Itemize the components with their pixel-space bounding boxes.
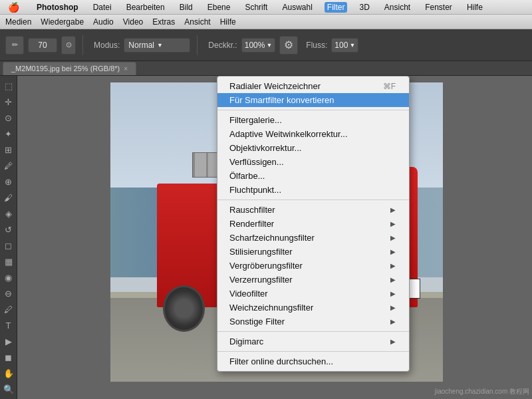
text-tool[interactable]: T: [1, 318, 16, 332]
menu-audio[interactable]: Audio: [93, 17, 114, 27]
submenu-arrow-icon: ▶: [390, 338, 396, 345]
filter-menu-item[interactable]: Sonstige Filter▶: [217, 315, 409, 329]
deckk-value: 100%: [245, 41, 265, 50]
fluss-arrow: ▼: [349, 42, 355, 49]
filter-menu-item[interactable]: Filtergalerie...: [217, 113, 409, 127]
submenu-arrow-icon: ▶: [390, 206, 396, 213]
fluss-control[interactable]: 100 ▼: [331, 38, 358, 53]
menu-item-label: Für Smartfilter konvertieren: [229, 95, 334, 105]
separator-2: [197, 35, 198, 55]
healing-tool[interactable]: ⊕: [1, 174, 16, 189]
deckk-control[interactable]: 100% ▼: [241, 38, 276, 53]
filter-menu-item[interactable]: Radialer Weichzeichner⌘F: [217, 79, 409, 93]
filter-menu-item[interactable]: Weichzeichnungsfilter▶: [217, 301, 409, 315]
menu-filter[interactable]: Filter: [325, 2, 348, 13]
eyedropper-tool[interactable]: 🖉: [1, 158, 16, 173]
submenu-arrow-icon: ▶: [390, 248, 396, 255]
filter-menu-item[interactable]: Adaptive Weitwinkelkorrektur...: [217, 127, 409, 141]
app-name[interactable]: Photoshop: [34, 2, 81, 13]
menu-bearbeiten[interactable]: Bearbeiten: [124, 2, 168, 13]
deckk-arrow: ▼: [266, 42, 272, 49]
menu-schrift[interactable]: Schrift: [242, 2, 270, 13]
tab-close-btn[interactable]: ×: [124, 65, 128, 72]
zoom-tool[interactable]: 🔍: [1, 382, 16, 396]
move-tool[interactable]: ✛: [1, 94, 16, 109]
menu-item-label: Radialer Weichzeichner: [229, 81, 321, 91]
menu-separator: [217, 351, 409, 352]
menu-item-label: Rauschfilter: [229, 205, 275, 215]
document-tab[interactable]: _M2M0195.jpg bei 25% (RGB/8*) ×: [3, 62, 136, 75]
brush-tool[interactable]: 🖌: [1, 190, 16, 205]
eraser-tool[interactable]: ◻: [1, 238, 16, 253]
menu-datei[interactable]: Datei: [90, 2, 114, 13]
brush-tool-btn[interactable]: ✏: [5, 36, 24, 55]
menu-medien[interactable]: Medien: [5, 17, 31, 27]
options-toolbar: ✏ 70 ⊙ Modus: Normal ▼ Deckkr.: 100% ▼ ⚙…: [0, 29, 532, 61]
filter-menu-item[interactable]: Verzerrungsfilter▶: [217, 273, 409, 287]
separator-1: [82, 35, 83, 55]
clone-tool[interactable]: ◈: [1, 206, 16, 221]
filter-menu-item[interactable]: Stilisierungsfilter▶: [217, 245, 409, 259]
filter-menu-item[interactable]: Digimarc▶: [217, 334, 409, 348]
menu-extras[interactable]: Extras: [152, 17, 175, 27]
filter-menu-item[interactable]: Vergröberungsfilter▶: [217, 259, 409, 273]
blur-tool[interactable]: ◉: [1, 270, 16, 285]
menu-item-label: Verflüssigen...: [229, 157, 284, 167]
gradient-tool[interactable]: ▦: [1, 254, 16, 269]
watermark: jiaocheng.chazidian.com 教程网: [435, 387, 529, 396]
filter-menu-item[interactable]: Videofilter▶: [217, 287, 409, 301]
hand-tool[interactable]: ✋: [1, 366, 16, 380]
menu-separator: [217, 200, 409, 200]
filter-menu-item[interactable]: Verflüssigen...: [217, 155, 409, 169]
pen-tool[interactable]: 🖊: [1, 302, 16, 317]
menu-wiedergabe[interactable]: Wiedergabe: [41, 17, 84, 27]
magic-wand-tool[interactable]: ✦: [1, 126, 16, 141]
crop-tool[interactable]: ⊞: [1, 142, 16, 157]
modus-arrow: ▼: [157, 42, 163, 49]
dodge-tool[interactable]: ⊖: [1, 286, 16, 301]
brush-style-btn[interactable]: ⊙: [61, 36, 76, 55]
menu-hilfe2[interactable]: Hilfe: [220, 17, 236, 27]
menu-item-label: Renderfilter: [229, 219, 274, 229]
submenu-arrow-icon: ▶: [390, 220, 396, 227]
lasso-tool[interactable]: ⊙: [1, 110, 16, 125]
fluss-value: 100: [334, 41, 348, 50]
menu-3d[interactable]: 3D: [356, 2, 372, 13]
menu-ebene[interactable]: Ebene: [205, 2, 233, 13]
marquee-tool[interactable]: ⬚: [1, 78, 16, 93]
filter-menu-item[interactable]: Fluchtpunkt...: [217, 183, 409, 197]
submenu-arrow-icon: ▶: [390, 276, 396, 283]
menu-video[interactable]: Video: [123, 17, 143, 27]
submenu-arrow-icon: ▶: [390, 262, 396, 269]
filter-menu-item[interactable]: Objektivkorrektur...: [217, 141, 409, 155]
brush-size-input[interactable]: 70: [28, 38, 57, 53]
shape-tool[interactable]: ◼: [1, 350, 16, 364]
history-brush[interactable]: ↺: [1, 222, 16, 237]
submenu-arrow-icon: ▶: [390, 304, 396, 311]
tab-filename: _M2M0195.jpg bei 25% (RGB/8*): [11, 65, 120, 72]
menu-bild[interactable]: Bild: [177, 2, 196, 13]
filter-menu-item[interactable]: Rauschfilter▶: [217, 203, 409, 217]
airbrush-btn[interactable]: ⚙: [279, 36, 298, 55]
secondary-menubar: Medien Wiedergabe Audio Video Extras Ans…: [0, 15, 532, 29]
menu-item-label: Sonstige Filter: [229, 317, 285, 327]
filter-menu-item[interactable]: Renderfilter▶: [217, 217, 409, 231]
menu-item-label: Vergröberungsfilter: [229, 261, 303, 271]
menu-item-label: Filtergalerie...: [229, 115, 282, 125]
menu-ansicht[interactable]: Ansicht: [382, 2, 413, 13]
path-selection-tool[interactable]: ▶: [1, 334, 16, 348]
filter-menu-item[interactable]: Filter online durchsuchen...: [217, 354, 409, 368]
menu-auswahl[interactable]: Auswahl: [279, 2, 315, 13]
menu-item-label: Scharfzeichnungsfilter: [229, 233, 315, 243]
dropdown-overlay: Radialer Weichzeichner⌘FFür Smartfilter …: [17, 76, 532, 399]
menu-fenster[interactable]: Fenster: [422, 2, 455, 13]
filter-menu-item[interactable]: Scharfzeichnungsfilter▶: [217, 231, 409, 245]
menu-ansicht2[interactable]: Ansicht: [184, 17, 210, 27]
modus-select[interactable]: Normal ▼: [124, 38, 190, 53]
menu-hilfe[interactable]: Hilfe: [464, 2, 485, 13]
apple-menu[interactable]: 🍎: [5, 1, 22, 13]
filter-menu-item[interactable]: Für Smartfilter konvertieren: [217, 93, 409, 107]
filter-menu-item[interactable]: Ölfarbe...: [217, 169, 409, 183]
menu-item-label: Weichzeichnungsfilter: [229, 303, 313, 313]
deckk-label: Deckkr.:: [208, 41, 237, 50]
